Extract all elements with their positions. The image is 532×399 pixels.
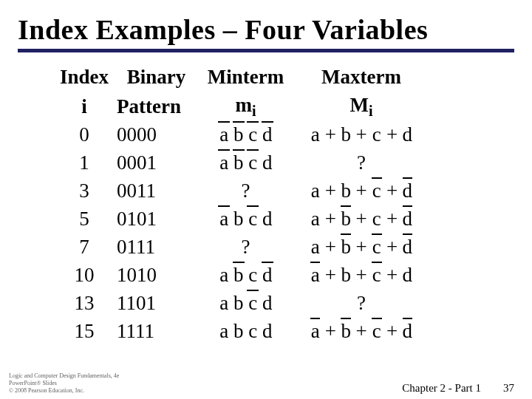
plus-icon: + xyxy=(352,205,371,233)
lit-a: a xyxy=(309,177,321,205)
lit-b: b xyxy=(340,261,352,289)
cell-i: 5 xyxy=(52,205,117,233)
cell-maxterm: ? xyxy=(296,149,427,177)
lit-d: d xyxy=(260,289,274,317)
table-row: 0 0000 abcd a+b+c+d xyxy=(52,120,514,149)
lit-d: d xyxy=(401,317,414,345)
header-row-1: Index Binary Minterm Maxterm xyxy=(52,63,514,91)
lit-b: b xyxy=(340,317,352,345)
hdr-m-main: m xyxy=(235,94,252,116)
lit-d: d xyxy=(401,177,414,205)
lit-d: d xyxy=(260,120,274,149)
plus-icon: + xyxy=(321,177,340,205)
hdr-M-main: M xyxy=(349,94,368,116)
cell-bin: 0000 xyxy=(117,120,196,149)
plus-icon: + xyxy=(383,317,401,345)
lit-c: c xyxy=(370,120,383,149)
lit-b: b xyxy=(231,289,245,317)
plus-icon: + xyxy=(321,233,340,261)
table-row: 13 1101 abcd ? xyxy=(52,289,514,317)
cell-minterm: abcd xyxy=(196,289,296,317)
table-row: 5 0101 abcd a+b+c+d xyxy=(52,205,514,233)
lit-d: d xyxy=(401,261,414,289)
plus-icon: + xyxy=(352,233,371,261)
lit-d: d xyxy=(401,233,414,261)
cell-minterm: abcd xyxy=(196,120,296,149)
credits: Logic and Computer Design Fundamentals, … xyxy=(9,372,119,395)
cell-i: 7 xyxy=(52,233,117,261)
plus-icon: + xyxy=(321,205,340,233)
lit-c: c xyxy=(246,120,260,149)
cell-maxterm: a+b+c+d xyxy=(296,317,427,345)
plus-icon: + xyxy=(321,261,340,289)
cell-i: 13 xyxy=(52,289,117,317)
lit-c: c xyxy=(246,149,260,177)
lit-d: d xyxy=(401,205,414,233)
lit-b: b xyxy=(340,205,352,233)
plus-icon: + xyxy=(383,205,401,233)
lit-c: c xyxy=(370,205,383,233)
lit-c: c xyxy=(370,177,383,205)
lit-b: b xyxy=(340,233,352,261)
cell-minterm: abcd xyxy=(196,149,296,177)
credits-line: © 2008 Pearson Education, Inc. xyxy=(9,387,119,395)
hdr-binary: Binary xyxy=(117,63,196,91)
hdr-i: i xyxy=(52,92,117,120)
cell-maxterm: a+b+c+d xyxy=(296,233,427,261)
credits-line: PowerPoint® Slides xyxy=(9,380,119,387)
plus-icon: + xyxy=(352,177,371,205)
lit-a: a xyxy=(309,261,321,289)
lit-d: d xyxy=(260,205,274,233)
hdr-m-sub: i xyxy=(252,103,256,119)
slide-footer: Chapter 2 - Part 1 37 xyxy=(402,382,514,395)
cell-bin: 0111 xyxy=(117,233,196,261)
header-row-2: i Pattern mi Mi xyxy=(52,91,514,120)
cell-bin: 1111 xyxy=(117,317,196,345)
hdr-minterm: Minterm xyxy=(196,63,296,91)
lit-a: a xyxy=(309,317,321,345)
lit-c: c xyxy=(246,261,260,289)
terms-table: Index Binary Minterm Maxterm i Pattern m… xyxy=(52,63,514,345)
cell-i: 1 xyxy=(52,149,117,177)
lit-c: c xyxy=(370,317,383,345)
cell-i: 3 xyxy=(52,177,117,205)
lit-b: b xyxy=(340,177,352,205)
cell-maxterm: a+b+c+d xyxy=(296,205,427,233)
lit-a: a xyxy=(217,317,231,345)
cell-i: 0 xyxy=(52,120,117,149)
lit-d: d xyxy=(260,261,274,289)
lit-a: a xyxy=(217,261,231,289)
cell-i: 10 xyxy=(52,261,117,289)
lit-a: a xyxy=(217,205,231,233)
lit-c: c xyxy=(370,233,383,261)
cell-i: 15 xyxy=(52,317,117,345)
hdr-M-sub: i xyxy=(369,103,373,119)
cell-bin: 0011 xyxy=(117,177,196,205)
title-rule xyxy=(18,49,514,52)
cell-bin: 0101 xyxy=(117,205,196,233)
hdr-maxterm: Maxterm xyxy=(296,63,427,91)
chapter-label: Chapter 2 - Part 1 xyxy=(402,382,481,395)
cell-minterm: abcd xyxy=(196,205,296,233)
lit-d: d xyxy=(260,149,274,177)
cell-minterm: ? xyxy=(196,233,296,261)
cell-bin: 0001 xyxy=(117,149,196,177)
lit-a: a xyxy=(309,233,321,261)
cell-maxterm: a+b+c+d xyxy=(296,120,427,149)
credits-line: Logic and Computer Design Fundamentals, … xyxy=(9,372,119,380)
lit-b: b xyxy=(231,149,245,177)
lit-b: b xyxy=(231,261,245,289)
plus-icon: + xyxy=(383,177,401,205)
lit-b: b xyxy=(231,205,245,233)
lit-b: b xyxy=(231,120,245,149)
cell-minterm: abcd xyxy=(196,317,296,345)
lit-a: a xyxy=(217,120,231,149)
lit-b: b xyxy=(340,120,352,149)
plus-icon: + xyxy=(321,317,340,345)
hdr-pattern: Pattern xyxy=(117,92,196,120)
lit-c: c xyxy=(246,205,260,233)
cell-bin: 1101 xyxy=(117,289,196,317)
lit-c: c xyxy=(370,261,383,289)
plus-icon: + xyxy=(321,120,340,149)
lit-a: a xyxy=(217,289,231,317)
